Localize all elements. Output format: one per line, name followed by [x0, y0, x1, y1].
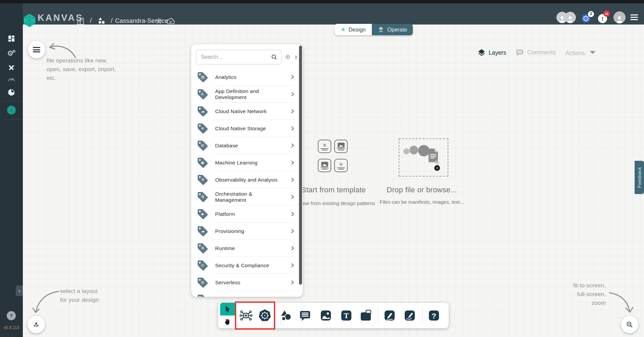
text-tool[interactable]: T — [339, 308, 354, 323]
pan-tool[interactable] — [220, 316, 235, 328]
panel-scrollbar[interactable] — [299, 46, 302, 285]
category-tag-icon: ⚙ — [197, 242, 209, 254]
breadcrumb-separator: / — [111, 17, 113, 25]
header-menu-icon[interactable] — [630, 13, 638, 21]
workspace-icon[interactable] — [97, 16, 106, 25]
sidebar-item-dashboard[interactable] — [0, 32, 23, 45]
category-item[interactable]: ▼ Observability and Analysis — [191, 171, 303, 188]
kubernetes-context-button[interactable]: 3 — [581, 11, 593, 24]
help-button[interactable]: ? — [7, 311, 16, 320]
tab-operate[interactable]: Operate — [372, 24, 413, 35]
drop-file-title[interactable]: Drop file or browse... — [387, 186, 457, 194]
category-tag-icon: ⊟ — [197, 140, 209, 152]
note-tool[interactable] — [358, 308, 373, 323]
category-tag-icon: ⚙ — [197, 191, 209, 203]
category-item[interactable]: ⊙ Security & Compliance — [191, 257, 303, 274]
comment-icon — [299, 309, 311, 322]
pencil-tool[interactable] — [402, 308, 417, 323]
template-card[interactable]: ✳ — [334, 159, 348, 172]
layout-graph-icon — [32, 321, 40, 329]
start-from-template-title[interactable]: Start from template — [301, 186, 366, 194]
collaborator-avatars[interactable] — [556, 12, 576, 23]
chevron-right-icon — [290, 246, 294, 250]
sidebar-item-toolbox[interactable] — [0, 61, 23, 74]
sidebar-item-kanvas-active[interactable] — [0, 104, 23, 116]
actions-dropdown-caret[interactable] — [590, 51, 595, 54]
layers-label: Layers — [489, 49, 506, 56]
sidebar-item-extensions[interactable] — [0, 86, 23, 99]
design-mode-icon: ✳ — [341, 26, 345, 33]
layers-button[interactable]: Layers — [477, 48, 506, 57]
help-tool[interactable]: ? — [427, 308, 441, 323]
sidebar-item-performance[interactable] — [0, 73, 23, 85]
meshery-spiral-icon: ✳ — [323, 143, 327, 148]
zoom-annotation: fit-to-screen, full-screen, zoom — [555, 281, 606, 307]
category-item[interactable]: ⚙ Orchestration & Management — [191, 188, 303, 205]
feedback-tab[interactable]: Feedback — [635, 161, 644, 194]
category-item[interactable]: ◈ Platform — [191, 205, 303, 223]
template-card[interactable] — [318, 159, 331, 172]
category-item[interactable]: ⊟ Database — [191, 137, 303, 154]
chevron-right-icon — [290, 109, 294, 113]
actions-label[interactable]: Actions — [565, 50, 585, 57]
canvas-menu-fab[interactable] — [28, 41, 45, 58]
category-item[interactable]: ⚙ Runtime — [191, 240, 303, 257]
category-item[interactable]: ≋ Cloud Native Storage — [191, 120, 303, 137]
add-file-badge: + — [434, 165, 440, 171]
upload-icon[interactable] — [294, 53, 298, 61]
category-item[interactable]: A App Definition and Development — [191, 86, 303, 103]
comment-tool[interactable] — [298, 308, 312, 323]
image-thumb-icon — [338, 143, 345, 148]
tab-operate-label: Operate — [387, 27, 407, 33]
zoom-fab[interactable] — [621, 316, 638, 333]
shapes-tool[interactable] — [279, 308, 293, 323]
search-input[interactable] — [201, 54, 270, 60]
operator-headset-icon — [378, 26, 384, 33]
category-label: Database — [215, 143, 238, 149]
category-tag-icon: ◈ — [197, 208, 209, 220]
chevron-right-icon — [290, 126, 294, 131]
dashboard-icon — [7, 35, 15, 43]
category-tag-icon — [197, 294, 209, 297]
category-item[interactable]: ▤ Analytics — [191, 68, 303, 86]
window-chrome-strip — [0, 0, 644, 3]
svg-text:?: ? — [432, 311, 436, 320]
category-item[interactable]: ◉ Machine Learning — [191, 154, 303, 171]
visibility-graph-icon[interactable] — [155, 17, 162, 25]
category-tag-icon: ≋ — [197, 123, 209, 135]
search-box[interactable] — [196, 50, 282, 64]
tab-design[interactable]: ✳ Design — [335, 24, 372, 35]
category-item[interactable]: ☁ Cloud Native Network — [191, 103, 303, 120]
category-item[interactable]: ☁ Provisioning — [191, 223, 303, 240]
version-label: v0.8.113 — [0, 325, 23, 330]
category-list: ▤ Analytics A App Definition and Develop… — [191, 68, 303, 297]
text-icon: T — [340, 309, 353, 322]
notifications-button[interactable]: ! 11 — [597, 11, 609, 24]
category-tag-icon: ◉ — [197, 157, 209, 169]
sticky-note-icon — [359, 309, 372, 322]
add-component-icon[interactable] — [285, 53, 290, 61]
image-tool[interactable] — [318, 308, 333, 323]
zoom-in-icon — [626, 321, 634, 329]
image-thumb-icon — [321, 162, 328, 167]
collaborator-avatar[interactable] — [564, 12, 576, 23]
category-label: Orchestration & Management — [215, 191, 284, 203]
comments-button[interactable]: Comments — [515, 48, 556, 57]
template-card[interactable]: ✳ — [318, 140, 331, 153]
template-card[interactable] — [334, 140, 348, 153]
category-item[interactable] — [191, 291, 303, 297]
cloud-sync-icon[interactable] — [166, 17, 176, 26]
pen-tool[interactable] — [382, 308, 397, 323]
chevron-right-icon — [290, 229, 294, 233]
select-tool[interactable] — [220, 303, 235, 316]
layout-fab[interactable] — [28, 316, 45, 333]
category-item[interactable]: ≣ Serverless — [191, 274, 303, 291]
sidebar-expand-chevron[interactable]: › — [16, 286, 23, 296]
sidebar-divider — [3, 101, 20, 101]
sidebar-item-settings[interactable]: ⚙⚙ — [0, 47, 23, 60]
category-tag-icon: ☁ — [197, 105, 209, 117]
start-from-template-subtitle: Choose from existing design patterns — [292, 200, 375, 206]
user-avatar[interactable] — [613, 11, 626, 23]
notification-count-badge: 11 — [603, 10, 610, 17]
drop-file-zone[interactable]: + — [399, 138, 448, 177]
